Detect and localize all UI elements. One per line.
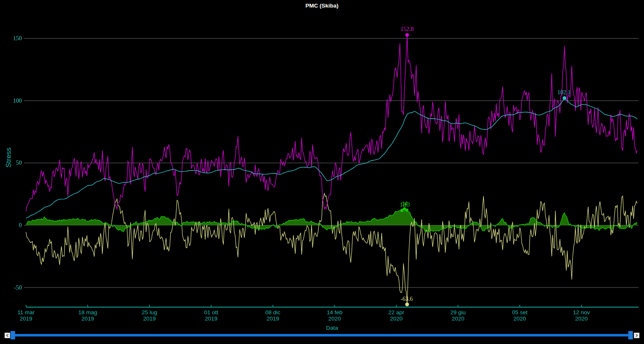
- svg-text:08 dic: 08 dic: [265, 309, 280, 316]
- svg-text:2019: 2019: [267, 316, 279, 322]
- svg-text:18 mag: 18 mag: [78, 309, 97, 316]
- svg-text:Stress: Stress: [5, 147, 13, 168]
- svg-text:100: 100: [13, 98, 22, 104]
- svg-text:PMC (Skiba): PMC (Skiba): [306, 3, 339, 9]
- svg-text:2019: 2019: [81, 316, 94, 322]
- svg-text:2020: 2020: [452, 316, 464, 322]
- svg-text:14 feb: 14 feb: [327, 309, 343, 316]
- svg-text:2019: 2019: [143, 316, 156, 322]
- svg-text:2020: 2020: [390, 316, 402, 322]
- svg-text:05 set: 05 set: [512, 309, 527, 316]
- svg-text:-63.6: -63.6: [400, 296, 413, 302]
- svg-text:2019: 2019: [205, 316, 218, 322]
- svg-text:Data: Data: [326, 325, 338, 331]
- svg-text:50: 50: [16, 160, 22, 166]
- svg-text:2019: 2019: [20, 316, 32, 322]
- svg-text:-50: -50: [14, 285, 22, 291]
- svg-text:11 mar: 11 mar: [17, 309, 35, 316]
- svg-text:2020: 2020: [514, 316, 526, 322]
- svg-text:13: 13: [404, 202, 410, 208]
- svg-text:152.8: 152.8: [400, 26, 414, 32]
- svg-text:2020: 2020: [328, 316, 341, 322]
- svg-text:01 ott: 01 ott: [204, 309, 218, 316]
- svg-text:150: 150: [13, 35, 22, 41]
- svg-text:25 lug: 25 lug: [142, 309, 157, 316]
- svg-text:22 apr: 22 apr: [388, 309, 405, 316]
- svg-text:2020: 2020: [575, 316, 588, 322]
- svg-text:102.1: 102.1: [558, 89, 571, 96]
- svg-text:29 giu: 29 giu: [450, 309, 466, 316]
- svg-text:12 nov: 12 nov: [573, 309, 590, 316]
- svg-text:0: 0: [19, 222, 22, 228]
